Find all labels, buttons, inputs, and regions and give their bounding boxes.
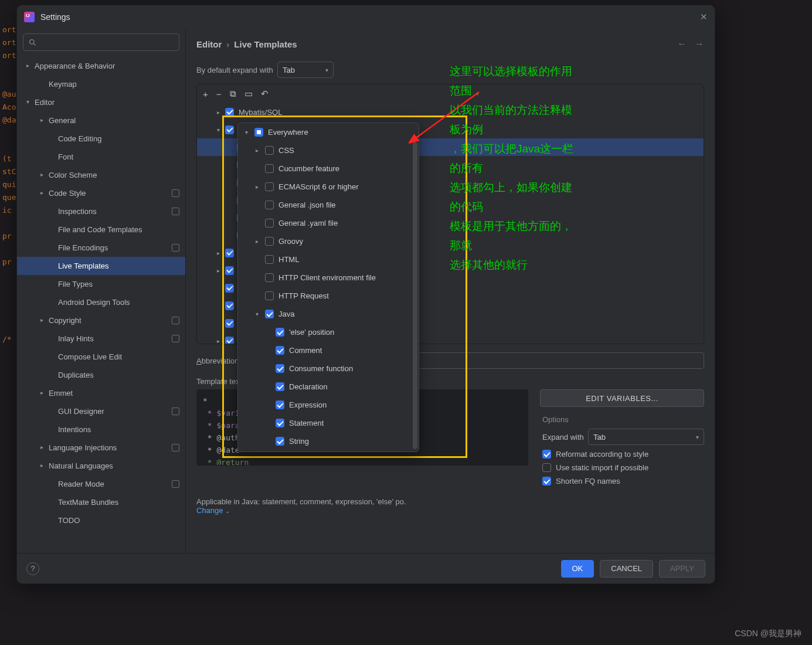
edit-variables-button[interactable]: EDIT VARIABLES... <box>540 389 704 407</box>
templates-toolbar: + − ⧉ ▭ ↶ <box>197 84 704 103</box>
gear-icon <box>172 244 179 252</box>
context-item[interactable]: Statement <box>238 414 419 432</box>
close-icon[interactable]: ✕ <box>700 12 708 22</box>
context-item[interactable]: ▾Java <box>238 305 419 323</box>
context-popup[interactable]: ▾Everywhere▸CSSCucumber feature▸ECMAScri… <box>237 123 419 452</box>
ok-button[interactable]: OK <box>561 560 594 578</box>
sidebar-item[interactable]: ▾Editor <box>17 93 185 111</box>
shorten-fq-checkbox[interactable] <box>542 477 551 486</box>
sidebar-item[interactable]: GUI Designer <box>17 402 185 420</box>
sidebar-item[interactable]: File Encodings <box>17 239 185 257</box>
context-item[interactable]: Declaration <box>238 378 419 396</box>
gear-icon <box>172 317 179 324</box>
sidebar-item[interactable]: File Types <box>17 275 185 293</box>
sidebar-item[interactable]: Reader Mode <box>17 475 185 493</box>
sidebar-item[interactable]: ▸Natural Languages <box>17 457 185 475</box>
copy-icon[interactable]: ⧉ <box>230 89 236 99</box>
cancel-button[interactable]: CANCEL <box>600 560 653 578</box>
breadcrumb: Editor › Live Templates ← → <box>196 33 704 55</box>
context-item[interactable]: HTTP Client environment file <box>238 269 419 287</box>
context-item[interactable]: ▸CSS <box>238 141 419 159</box>
gear-icon <box>172 335 179 342</box>
gear-icon <box>172 189 179 197</box>
dialog-titlebar: Settings ✕ <box>17 5 715 29</box>
search-icon <box>28 38 37 47</box>
settings-tree[interactable]: ▸Appearance & BehaviorKeymap▾Editor▸Gene… <box>17 57 185 551</box>
watermark: CSDN @我是男神 <box>735 629 801 639</box>
default-expand-combo[interactable]: Tab▾ <box>277 62 334 78</box>
context-item[interactable]: ▸ECMAScript 6 or higher <box>238 178 419 196</box>
paste-icon[interactable]: ▭ <box>244 89 253 99</box>
context-item[interactable]: Consumer function <box>238 359 419 378</box>
reformat-checkbox[interactable] <box>542 450 551 459</box>
popup-scrollbar[interactable] <box>413 142 417 449</box>
options-box: EDIT VARIABLES... Options Expand with Ta… <box>540 389 704 490</box>
dialog-title: Settings <box>40 12 70 22</box>
sidebar-item[interactable]: File and Code Templates <box>17 220 185 239</box>
context-item[interactable]: HTTP Request <box>238 287 419 305</box>
sidebar-item[interactable]: TODO <box>17 511 185 529</box>
sidebar-item[interactable]: Live Templates <box>17 257 185 275</box>
sidebar-item[interactable]: ▸Copyright <box>17 311 185 330</box>
help-button[interactable]: ? <box>26 562 39 575</box>
sidebar-item[interactable]: Inlay Hints <box>17 330 185 348</box>
nav-back-icon[interactable]: ← <box>677 39 687 49</box>
template-row[interactable]: ▸Mybatis/SQL <box>197 103 704 121</box>
context-item[interactable]: Expression <box>238 396 419 414</box>
sidebar-item[interactable]: ▸Emmet <box>17 384 185 402</box>
sidebar-item[interactable]: Duplicates <box>17 366 185 384</box>
content-pane: Editor › Live Templates ← → By default e… <box>186 29 715 553</box>
sidebar-item[interactable]: ▸Code Style <box>17 184 185 202</box>
undo-icon[interactable]: ↶ <box>261 89 269 99</box>
context-item[interactable]: ▸Groovy <box>238 232 419 250</box>
sidebar-item[interactable]: TextMate Bundles <box>17 493 185 511</box>
context-item[interactable]: HTML <box>238 250 419 269</box>
settings-sidebar: ▸Appearance & BehaviorKeymap▾Editor▸Gene… <box>17 29 186 553</box>
add-button[interactable]: + <box>203 89 208 99</box>
sidebar-item[interactable]: Android Design Tools <box>17 293 185 311</box>
sidebar-item[interactable]: Intentions <box>17 420 185 439</box>
nav-fwd-icon[interactable]: → <box>695 39 704 49</box>
expand-label: By default expand with <box>196 66 273 74</box>
settings-dialog: Settings ✕ ▸Appearance & BehaviorKeymap▾… <box>16 5 715 584</box>
static-import-checkbox[interactable] <box>542 463 551 472</box>
apply-button[interactable]: APPLY <box>659 560 705 578</box>
options-heading: Options <box>542 415 704 424</box>
sidebar-item[interactable]: Compose Live Edit <box>17 348 185 366</box>
svg-line-1 <box>33 43 35 45</box>
expand-with-combo[interactable]: Tab▾ <box>588 429 704 445</box>
context-item[interactable]: 'else' position <box>238 323 419 341</box>
change-context-link[interactable]: Change⌄ <box>196 506 230 515</box>
dialog-footer: ? OK CANCEL APPLY <box>17 553 715 583</box>
context-item[interactable]: General .yaml file <box>238 214 419 232</box>
remove-button[interactable]: − <box>216 89 222 99</box>
context-item[interactable]: Cucumber feature <box>238 159 419 178</box>
applicable-contexts: Applicable in Java: statement, comment, … <box>196 497 704 515</box>
sidebar-item[interactable]: Inspections <box>17 202 185 220</box>
sidebar-item[interactable]: Keymap <box>17 75 185 93</box>
context-item[interactable]: String <box>238 432 419 450</box>
sidebar-item[interactable]: Code Editing <box>17 130 185 148</box>
sidebar-item[interactable]: Font <box>17 148 185 166</box>
sidebar-item[interactable]: ▸Color Scheme <box>17 166 185 184</box>
context-item[interactable]: General .json file <box>238 196 419 214</box>
sidebar-item[interactable]: ▸General <box>17 111 185 130</box>
gear-icon <box>172 408 179 415</box>
sidebar-item[interactable]: ▸Appearance & Behavior <box>17 57 185 75</box>
context-item[interactable]: Comment <box>238 341 419 359</box>
app-icon <box>24 12 35 22</box>
sidebar-item[interactable]: ▸Language Injections <box>17 439 185 457</box>
svg-point-0 <box>30 39 35 44</box>
gear-icon <box>172 208 179 215</box>
search-input[interactable] <box>23 33 179 51</box>
gear-icon <box>172 480 179 488</box>
gear-icon <box>172 444 179 451</box>
context-item[interactable]: ▾Everywhere <box>238 123 419 141</box>
